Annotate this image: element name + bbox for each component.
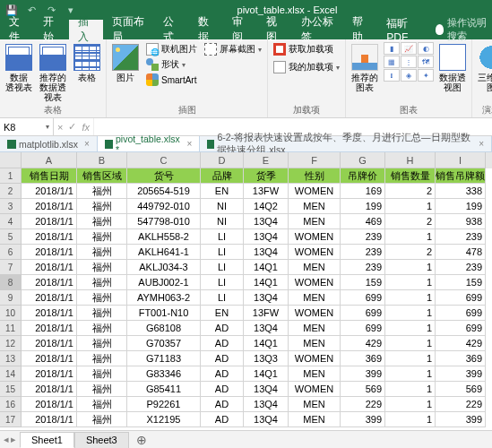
cell[interactable]: 699 <box>341 306 385 321</box>
cell[interactable]: AD <box>201 336 244 351</box>
picture-button[interactable]: 图片 <box>110 42 141 84</box>
cell[interactable]: 福州 <box>77 412 127 427</box>
chart-radar-icon[interactable]: ✦ <box>418 69 434 82</box>
cell[interactable]: AD <box>201 321 244 336</box>
cell[interactable]: 2018/1/1 <box>22 214 77 229</box>
cell[interactable]: 2018/1/1 <box>22 412 77 427</box>
cell[interactable]: LI <box>201 260 244 275</box>
cell[interactable]: G85411 <box>127 382 201 397</box>
cell[interactable]: 2018/1/1 <box>22 290 77 306</box>
cell[interactable]: 369 <box>436 351 486 366</box>
cell[interactable]: 13Q4 <box>244 382 289 397</box>
menu-tab-5[interactable]: 数据 <box>189 20 223 39</box>
3d-map-button[interactable]: 三维地 图 <box>476 42 492 94</box>
cell[interactable]: 169 <box>341 184 385 199</box>
cell[interactable]: WOMEN <box>289 275 341 290</box>
row-header[interactable]: 16 <box>0 397 22 412</box>
menu-tab-0[interactable]: 文件 <box>0 20 34 39</box>
sheet-prev-icon[interactable]: ◂ <box>4 434 9 445</box>
chart-column-icon[interactable]: ▮ <box>384 42 400 55</box>
cell[interactable]: LI <box>201 229 244 245</box>
cell[interactable]: 159 <box>436 275 486 290</box>
column-header[interactable]: H <box>385 152 436 168</box>
cell[interactable]: LI <box>201 245 244 260</box>
chart-map-icon[interactable]: 🗺 <box>418 56 434 68</box>
sheet-tab[interactable]: Sheet3 <box>74 432 129 448</box>
cell[interactable]: P92261 <box>127 397 201 412</box>
cell[interactable]: 199 <box>436 199 486 214</box>
cell[interactable]: 13Q4 <box>244 412 289 427</box>
cell[interactable]: 239 <box>436 229 486 245</box>
close-icon[interactable]: × <box>479 139 484 149</box>
cell[interactable]: 2 <box>385 214 436 229</box>
cell[interactable]: G70357 <box>127 336 201 351</box>
menu-tab-8[interactable]: 办公标签 <box>292 20 343 39</box>
header-cell[interactable]: 吊牌价 <box>341 168 385 184</box>
cell[interactable]: 199 <box>341 199 385 214</box>
cell[interactable]: 239 <box>341 245 385 260</box>
cell[interactable]: G71183 <box>127 351 201 366</box>
cell[interactable]: 福州 <box>77 290 127 306</box>
cell[interactable]: 699 <box>341 321 385 336</box>
column-header[interactable]: I <box>436 152 486 168</box>
cell[interactable]: 1 <box>385 412 436 427</box>
cell[interactable]: AKLJ034-3 <box>127 260 201 275</box>
qat-customize-icon[interactable]: ▾ <box>63 2 79 18</box>
cell[interactable]: 2018/1/1 <box>22 321 77 336</box>
row-header[interactable]: 15 <box>0 382 22 397</box>
row-header[interactable]: 8 <box>0 275 22 290</box>
recommended-charts-button[interactable]: 推荐的 图表 <box>350 42 380 94</box>
cell[interactable]: 429 <box>436 336 486 351</box>
undo-icon[interactable]: ↶ <box>23 2 39 18</box>
cell[interactable]: 福州 <box>77 397 127 412</box>
cell[interactable]: 2018/1/1 <box>22 382 77 397</box>
cell[interactable]: 14Q1 <box>244 275 289 290</box>
sheet-next-icon[interactable]: ▸ <box>11 434 16 445</box>
cell[interactable]: 159 <box>341 275 385 290</box>
chart-line-icon[interactable]: 📈 <box>401 42 417 55</box>
shapes-button[interactable]: 形状▾ <box>144 57 199 72</box>
header-cell[interactable]: 货号 <box>127 168 201 184</box>
cell[interactable]: AUBJ002-1 <box>127 275 201 290</box>
menu-tab-7[interactable]: 视图 <box>257 20 291 39</box>
column-header[interactable]: G <box>341 152 385 168</box>
cell[interactable]: 2 <box>385 184 436 199</box>
row-header[interactable]: 9 <box>0 290 22 306</box>
cell[interactable]: 449792-010 <box>127 199 201 214</box>
cell[interactable]: 14Q1 <box>244 366 289 382</box>
cell[interactable]: X12195 <box>127 412 201 427</box>
cell[interactable]: 429 <box>341 336 385 351</box>
cell[interactable]: G68108 <box>127 321 201 336</box>
cell[interactable]: 699 <box>436 321 486 336</box>
cell[interactable]: 399 <box>341 366 385 382</box>
menu-tab-2[interactable]: 插入 <box>69 20 103 39</box>
cell[interactable]: 699 <box>436 290 486 306</box>
cell[interactable]: 569 <box>436 382 486 397</box>
cell[interactable]: G83346 <box>127 366 201 382</box>
cell[interactable]: 福州 <box>77 245 127 260</box>
cell[interactable]: 478 <box>436 245 486 260</box>
cell[interactable]: 福州 <box>77 336 127 351</box>
close-icon[interactable]: × <box>187 139 193 149</box>
cell[interactable]: WOMEN <box>289 245 341 260</box>
cell[interactable]: 2018/1/1 <box>22 351 77 366</box>
workbook-tab[interactable]: 6-2-将报表快速设置成按年、季度、月进行汇总—日期型数据快速分组.xlsx× <box>200 136 492 151</box>
cell[interactable]: 1 <box>385 275 436 290</box>
cell[interactable]: WOMEN <box>289 184 341 199</box>
cell[interactable]: 福州 <box>77 366 127 382</box>
chart-surface-icon[interactable]: ◈ <box>401 69 417 82</box>
cell[interactable]: 1 <box>385 351 436 366</box>
cell[interactable]: 福州 <box>77 306 127 321</box>
cell[interactable]: 2018/1/1 <box>22 366 77 382</box>
cell[interactable]: 229 <box>341 397 385 412</box>
row-header[interactable]: 14 <box>0 366 22 382</box>
cell[interactable]: 13Q3 <box>244 351 289 366</box>
cell[interactable]: 1 <box>385 321 436 336</box>
pivot-chart-button[interactable]: 数据透视图 <box>437 42 468 94</box>
row-header[interactable]: 5 <box>0 229 22 245</box>
add-sheet-button[interactable]: ⊕ <box>129 433 154 447</box>
cell[interactable]: 2018/1/1 <box>22 199 77 214</box>
cell[interactable]: 399 <box>436 412 486 427</box>
cell[interactable]: 1 <box>385 199 436 214</box>
row-header[interactable]: 17 <box>0 412 22 427</box>
